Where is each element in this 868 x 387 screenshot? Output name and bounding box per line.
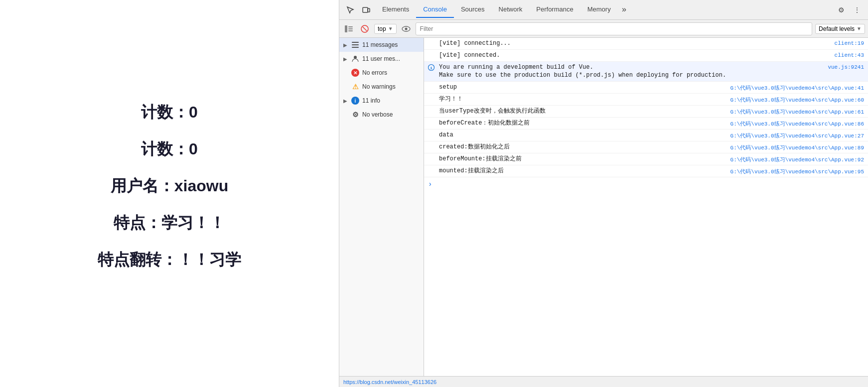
sidebar-item-user-messages[interactable]: ▶11 user mes... (339, 52, 424, 66)
sidebar-item-no-warnings[interactable]: ⚠No warnings (339, 80, 424, 94)
log-text: setup (439, 83, 726, 92)
log-row: setupG:\代码\vue3.0练习\vuedemo4\src\App.vue… (424, 82, 868, 94)
status-bar: https://blog.csdn.net/weixin_45113626 (339, 376, 868, 387)
svg-rect-2 (345, 25, 347, 32)
tab-memory[interactable]: Memory (580, 1, 618, 18)
sidebar-icon-list (351, 41, 359, 49)
devtools-tabs: Elements Console Sources Network Perform… (375, 1, 832, 18)
filter-input[interactable] (416, 22, 812, 35)
svg-rect-1 (368, 8, 370, 12)
log-text: 当userType改变时，会触发执行此函数 (439, 107, 726, 116)
statusbar-link[interactable]: https://blog.csdn.net/weixin_45113626 (343, 379, 436, 385)
log-type-icon: i (428, 64, 435, 72)
main-content-line: 计数：0 (141, 102, 198, 124)
sidebar-item-11-info[interactable]: ▶i11 info (339, 94, 424, 108)
main-content-line: 计数：0 (141, 138, 198, 160)
log-source[interactable]: G:\代码\vue3.0练习\vuedemo4\src\App.vue:95 (730, 168, 864, 175)
devtools-right-icons: ⚙ ⋮ (834, 3, 864, 17)
sidebar-item-label: No verbose (362, 111, 393, 118)
svg-rect-4 (348, 28, 353, 29)
prompt-arrow-icon: › (428, 180, 432, 188)
sidebar-icon-warning: ⚠ (351, 83, 359, 91)
console-toolbar: top ▼ Default levels ▼ (339, 20, 868, 38)
log-source[interactable]: client:19 (835, 40, 864, 46)
log-row: beforeMounte:挂载渲染之前G:\代码\vue3.0练习\vuedem… (424, 153, 868, 165)
log-source[interactable]: G:\代码\vue3.0练习\vuedemo4\src\App.vue:61 (730, 108, 864, 116)
sidebar-item-no-verbose[interactable]: ⚙No verbose (339, 108, 424, 122)
log-row: iYou are running a development build of … (424, 62, 868, 82)
main-content-line: 特点翻转：！！习学 (98, 249, 241, 271)
log-text: beforeMounte:挂载渲染之前 (439, 155, 726, 163)
clear-console-button[interactable] (358, 22, 371, 35)
context-selector[interactable]: top ▼ (374, 24, 397, 34)
log-source[interactable]: client:43 (835, 52, 864, 58)
log-text: You are running a development build of V… (439, 63, 824, 80)
log-text: beforeCreate：初始化数据之前 (439, 119, 726, 128)
tab-elements[interactable]: Elements (375, 1, 416, 18)
console-prompt[interactable]: › (424, 177, 868, 191)
sidebar-arrow-icon: ▶ (343, 56, 348, 62)
sidebar-item-label: No warnings (362, 83, 396, 90)
sidebar-item-no-errors[interactable]: ✕No errors (339, 66, 424, 80)
svg-rect-10 (352, 42, 359, 43)
svg-rect-0 (363, 7, 368, 12)
sidebar-arrow-icon: ▶ (343, 42, 348, 48)
log-source[interactable]: G:\代码\vue3.0练习\vuedemo4\src\App.vue:41 (730, 84, 864, 92)
svg-point-9 (405, 27, 407, 30)
sidebar-item-label: No errors (362, 69, 387, 76)
log-row: mounted:挂载渲染之后G:\代码\vue3.0练习\vuedemo4\sr… (424, 165, 868, 177)
log-source[interactable]: G:\代码\vue3.0练习\vuedemo4\src\App.vue:60 (730, 96, 864, 104)
svg-line-7 (363, 27, 367, 31)
log-source[interactable]: vue.js:9241 (828, 64, 864, 70)
console-sidebar: ▶11 messages▶11 user mes...✕No errors⚠No… (339, 38, 424, 376)
sidebar-item-label: 11 messages (362, 41, 398, 48)
log-source[interactable]: G:\代码\vue3.0练习\vuedemo4\src\App.vue:92 (730, 156, 864, 163)
sidebar-icon-info: i (351, 97, 359, 105)
sidebar-item-label: 11 user mes... (362, 55, 400, 62)
tab-network[interactable]: Network (492, 1, 530, 18)
console-log-area: [vite] connecting...client:19[vite] conn… (424, 38, 868, 376)
sidebar-item-label: 11 info (362, 97, 380, 104)
sidebar-toggle-button[interactable] (342, 22, 355, 35)
settings-button[interactable]: ⚙ (834, 3, 848, 17)
log-source[interactable]: G:\代码\vue3.0练习\vuedemo4\src\App.vue:27 (730, 132, 864, 139)
log-row: [vite] connected.client:43 (424, 50, 868, 62)
inspect-element-button[interactable] (343, 3, 357, 17)
devtools-top-toolbar: Elements Console Sources Network Perform… (339, 0, 868, 20)
sidebar-icon-error: ✕ (351, 69, 359, 77)
tab-console[interactable]: Console (416, 1, 454, 18)
log-row: dataG:\代码\vue3.0练习\vuedemo4\src\App.vue:… (424, 129, 868, 141)
device-toolbar-button[interactable] (359, 3, 373, 17)
tab-sources[interactable]: Sources (454, 1, 492, 18)
eye-button[interactable] (400, 22, 413, 35)
sidebar-arrow-icon: ▶ (343, 98, 348, 104)
log-text: created:数据初始化之后 (439, 143, 726, 151)
context-label: top (378, 25, 386, 32)
sidebar-icon-verbose: ⚙ (351, 111, 359, 119)
log-text: [vite] connecting... (439, 39, 831, 48)
level-arrow: ▼ (857, 26, 862, 31)
log-row: beforeCreate：初始化数据之前G:\代码\vue3.0练习\vuede… (424, 118, 868, 129)
log-text: mounted:挂载渲染之后 (439, 167, 726, 175)
main-content: 计数：0计数：0用户名：xiaowu特点：学习！！特点翻转：！！习学 (0, 0, 339, 387)
log-source[interactable]: G:\代码\vue3.0练习\vuedemo4\src\App.vue:86 (730, 120, 864, 128)
svg-rect-3 (348, 26, 353, 27)
log-row: 当userType改变时，会触发执行此函数G:\代码\vue3.0练习\vued… (424, 106, 868, 118)
log-text: data (439, 131, 726, 139)
sidebar-item-all-messages[interactable]: ▶11 messages (339, 38, 424, 52)
svg-text:i: i (430, 66, 433, 70)
main-content-line: 用户名：xiaowu (111, 175, 228, 197)
context-arrow: ▼ (388, 26, 393, 31)
level-label: Default levels (819, 25, 855, 32)
log-source[interactable]: G:\代码\vue3.0练习\vuedemo4\src\App.vue:89 (730, 144, 864, 151)
level-selector[interactable]: Default levels ▼ (815, 24, 865, 34)
log-text: 学习！！ (439, 95, 726, 104)
log-text: [vite] connected. (439, 51, 831, 60)
tab-performance[interactable]: Performance (529, 1, 580, 18)
main-content-line: 特点：学习！！ (114, 212, 225, 234)
more-tabs-button[interactable]: » (618, 3, 631, 16)
more-options-button[interactable]: ⋮ (850, 3, 864, 17)
svg-rect-12 (352, 47, 359, 48)
log-row: [vite] connecting...client:19 (424, 38, 868, 50)
svg-point-13 (354, 56, 357, 59)
